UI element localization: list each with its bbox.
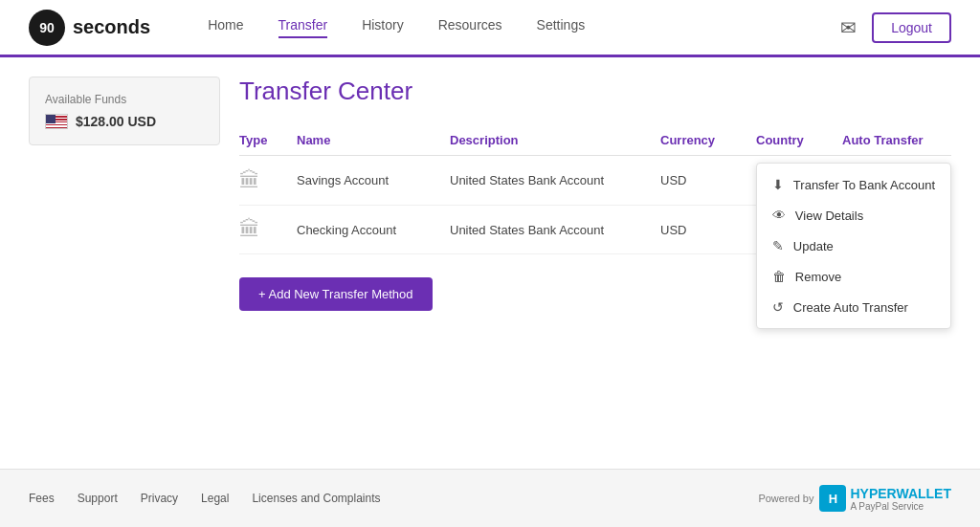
paypal-service: A PayPal Service [850, 501, 951, 512]
footer: Fees Support Privacy Legal Licenses and … [0, 469, 980, 527]
add-transfer-method-button[interactable]: + Add New Transfer Method [239, 277, 433, 311]
row-desc-savings: United States Bank Account [450, 173, 660, 187]
edit-icon: ✎ [772, 238, 784, 253]
bank-icon-2: 🏛 [239, 217, 260, 241]
header: 90 seconds Home Transfer History Resourc… [0, 0, 980, 57]
footer-fees[interactable]: Fees [29, 492, 55, 505]
dropdown-item-view-details[interactable]: 👁 View Details [757, 200, 950, 231]
nav-settings[interactable]: Settings [537, 17, 586, 38]
dropdown-item-remove[interactable]: 🗑 Remove [757, 261, 950, 292]
nav-history[interactable]: History [362, 17, 404, 38]
hw-icon: H [819, 485, 846, 512]
dropdown-label-remove: Remove [795, 270, 841, 284]
col-type: Type [239, 133, 297, 147]
dropdown-label-create-auto: Create Auto Transfer [793, 300, 908, 315]
type-icon-savings: 🏛 [239, 168, 297, 193]
action-dropdown-menu: ⬇ Transfer To Bank Account 👁 View Detail… [756, 163, 951, 329]
footer-legal[interactable]: Legal [201, 492, 229, 505]
hw-block: HYPERWALLET A PayPal Service [850, 486, 951, 512]
footer-support[interactable]: Support [78, 492, 118, 505]
main-content: Available Funds $128.00 USD Transfer Cen… [0, 57, 980, 469]
dropdown-item-create-auto[interactable]: ↺ Create Auto Transfer [757, 292, 950, 322]
dropdown-item-update[interactable]: ✎ Update [757, 231, 950, 261]
transfer-bank-icon: ⬇ [772, 177, 784, 192]
nav-resources[interactable]: Resources [438, 17, 502, 38]
col-country: Country [756, 133, 842, 147]
available-funds-label: Available Funds [45, 93, 204, 106]
dropdown-item-transfer[interactable]: ⬇ Transfer To Bank Account [757, 169, 950, 200]
logo: 90 seconds [29, 10, 150, 46]
bank-icon: 🏛 [239, 168, 260, 192]
row-name-checking: Checking Account [297, 223, 450, 237]
row-currency-checking: USD [660, 223, 756, 237]
col-auto-transfer: Auto Transfer [842, 133, 951, 147]
available-funds-box: Available Funds $128.00 USD [29, 77, 220, 145]
dropdown-label-view: View Details [795, 209, 863, 223]
funds-row: $128.00 USD [45, 114, 204, 129]
powered-by-text: Powered by [758, 493, 813, 504]
header-actions: ✉ Logout [840, 12, 951, 43]
dropdown-label-transfer: Transfer To Bank Account [793, 178, 935, 192]
sidebar: Available Funds $128.00 USD [29, 77, 220, 450]
us-flag-icon [45, 114, 68, 129]
footer-licenses[interactable]: Licenses and Complaints [252, 492, 380, 505]
mail-icon[interactable]: ✉ [840, 16, 857, 39]
row-desc-checking: United States Bank Account [450, 223, 660, 237]
table-header: Type Name Description Currency Country A… [239, 125, 951, 156]
col-currency: Currency [660, 133, 756, 147]
nav-transfer[interactable]: Transfer [278, 17, 328, 38]
footer-privacy[interactable]: Privacy [141, 492, 178, 505]
col-name: Name [297, 133, 450, 147]
trash-icon: 🗑 [772, 269, 786, 284]
logout-button[interactable]: Logout [872, 12, 951, 43]
col-description: Description [450, 133, 660, 147]
eye-icon: 👁 [772, 208, 786, 223]
hw-name: HYPERWALLET [850, 486, 951, 501]
type-icon-checking: 🏛 [239, 217, 297, 242]
row-name-savings: Savings Account [297, 173, 450, 187]
footer-links: Fees Support Privacy Legal Licenses and … [29, 492, 381, 505]
row-currency-savings: USD [660, 173, 756, 187]
hyperwallet-logo: H HYPERWALLET A PayPal Service [819, 485, 951, 512]
nav: Home Transfer History Resources Settings [208, 17, 840, 38]
powered-by: Powered by H HYPERWALLET A PayPal Servic… [758, 485, 951, 512]
page-title: Transfer Center [239, 77, 951, 106]
logo-text: seconds [73, 16, 150, 38]
refresh-icon: ↺ [772, 299, 784, 315]
logo-circle: 90 [29, 10, 65, 46]
dropdown-label-update: Update [793, 239, 834, 253]
nav-home[interactable]: Home [208, 17, 243, 38]
funds-amount: $128.00 USD [76, 114, 156, 129]
